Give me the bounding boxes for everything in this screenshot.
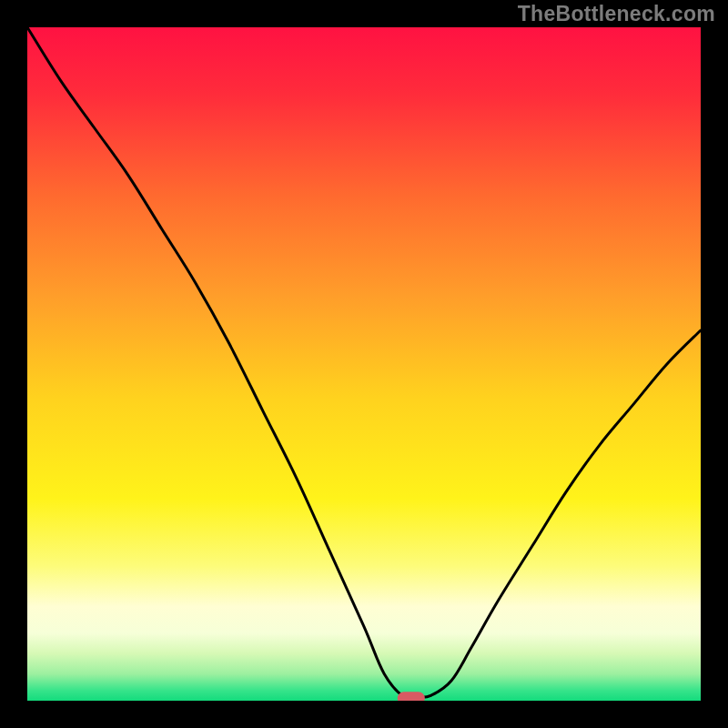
watermark-text: TheBottleneck.com xyxy=(518,2,715,26)
gradient-background xyxy=(27,27,701,701)
optimal-marker xyxy=(398,692,425,701)
chart-plot-area xyxy=(27,27,701,701)
chart-svg xyxy=(27,27,701,701)
chart-frame: TheBottleneck.com xyxy=(0,0,728,728)
